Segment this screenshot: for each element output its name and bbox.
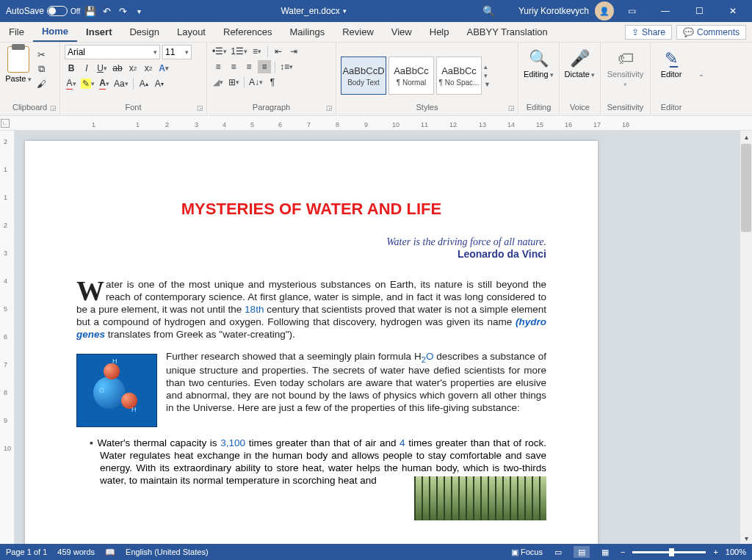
title-dropdown-icon[interactable]: ▾	[343, 7, 347, 15]
zoom-level[interactable]: 100%	[726, 548, 746, 556]
tab-mailings[interactable]: Mailings	[281, 22, 333, 42]
bold-button[interactable]: B	[65, 62, 78, 75]
decrease-indent-button[interactable]: ⇤	[272, 45, 285, 58]
page[interactable]: MYSTERIES OF WATER AND LIFE Water is the…	[25, 141, 598, 544]
highlight-button[interactable]: ✎	[80, 77, 95, 90]
editor-button[interactable]: ✎̲Editor	[655, 45, 687, 102]
multilevel-button[interactable]: ≡	[250, 45, 264, 58]
cut-icon[interactable]: ✂	[35, 48, 48, 61]
tab-file[interactable]: File	[0, 22, 33, 42]
tab-design[interactable]: Design	[120, 22, 167, 42]
sort-button[interactable]: A↓	[248, 76, 264, 89]
molecule-image[interactable]: H O H	[76, 354, 157, 427]
font-size-select[interactable]: 11▾	[162, 45, 192, 59]
scroll-down-icon[interactable]: ▾	[740, 532, 752, 544]
tab-layout[interactable]: Layout	[168, 22, 214, 42]
style-no-spacing[interactable]: AaBbCc ¶ No Spac...	[436, 57, 482, 95]
editing-button[interactable]: 🔍Editing	[523, 45, 554, 102]
redo-icon[interactable]: ↷	[117, 5, 129, 17]
change-case-button[interactable]: Aa	[113, 77, 129, 90]
page-indicator[interactable]: Page 1 of 1	[6, 548, 47, 556]
clipboard-label: Clipboard	[12, 103, 47, 112]
vruler-mark: 8	[4, 389, 7, 396]
tab-view[interactable]: View	[383, 22, 421, 42]
style-normal[interactable]: AaBbCc ¶ Normal	[388, 57, 434, 95]
autosave-toggle[interactable]: AutoSave Off	[6, 6, 80, 16]
ribbon-display-icon[interactable]: ▭	[615, 0, 648, 22]
horizontal-ruler[interactable]: ∟ 1123456789101112131415161718	[0, 116, 752, 131]
tab-home[interactable]: Home	[33, 22, 77, 42]
borders-button[interactable]: ⊞	[227, 76, 240, 89]
forest-image[interactable]	[414, 476, 546, 520]
collapse-ribbon-icon[interactable]: ˆ	[700, 74, 703, 84]
sensitivity-label: Sensitivity	[605, 102, 646, 115]
subscript-button[interactable]: x2	[126, 62, 140, 75]
font-launcher-icon[interactable]: ◲	[197, 103, 203, 113]
spell-check-icon[interactable]: 📖	[105, 548, 115, 557]
comments-button[interactable]: 💬Comments	[676, 25, 746, 40]
print-layout-icon[interactable]: ▤	[574, 546, 590, 558]
dictate-button[interactable]: 🎤Dictate	[564, 45, 596, 102]
vertical-ruler[interactable]: 2112345678910	[0, 131, 15, 544]
justify-button[interactable]: ≡	[258, 60, 271, 73]
tab-abbyy[interactable]: ABBYY Translation	[458, 22, 557, 42]
styles-more-icon[interactable]: ▼	[484, 81, 496, 88]
scroll-up-icon[interactable]: ▴	[740, 131, 752, 142]
shrink-font-button[interactable]: A▾	[153, 77, 166, 90]
minimize-icon[interactable]: —	[649, 0, 682, 22]
shading-button[interactable]: ◢	[212, 76, 225, 89]
maximize-icon[interactable]: ☐	[683, 0, 715, 22]
style-body-text[interactable]: AaBbCcD Body Text	[341, 57, 386, 95]
share-button[interactable]: ⇪Share	[625, 25, 672, 40]
autosave-state: Off	[70, 7, 80, 15]
tab-help[interactable]: Help	[421, 22, 458, 42]
word-count[interactable]: 459 words	[57, 548, 95, 556]
copy-icon[interactable]: ⧉	[35, 62, 48, 76]
zoom-in-icon[interactable]: +	[713, 548, 717, 556]
scroll-thumb[interactable]	[741, 144, 751, 232]
zoom-out-icon[interactable]: −	[621, 548, 625, 556]
increase-indent-button[interactable]: ⇥	[287, 45, 300, 58]
vertical-scrollbar[interactable]: ▴ ▾	[740, 131, 752, 544]
italic-button[interactable]: I	[80, 62, 93, 75]
styles-launcher-icon[interactable]: ◲	[508, 103, 515, 113]
align-center-button[interactable]: ≡	[227, 60, 240, 73]
focus-mode[interactable]: ▣ Focus	[511, 548, 543, 557]
strike-button[interactable]: ab	[111, 62, 124, 75]
show-marks-button[interactable]: ¶	[266, 76, 279, 89]
paste-button[interactable]: Paste	[4, 45, 32, 83]
tab-insert[interactable]: Insert	[77, 22, 120, 42]
clipboard-launcher-icon[interactable]: ◲	[50, 103, 57, 113]
shading-font-button[interactable]: A	[98, 77, 111, 90]
numbering-button[interactable]: 1☰	[230, 45, 248, 58]
line-spacing-button[interactable]: ↕≡	[279, 60, 294, 73]
paragraph-launcher-icon[interactable]: ◲	[326, 103, 333, 113]
superscript-button[interactable]: x2	[142, 62, 155, 75]
styles-up-icon[interactable]: ▴	[484, 63, 496, 70]
web-layout-icon[interactable]: ▦	[597, 546, 613, 558]
undo-icon[interactable]: ↶	[101, 5, 112, 17]
tab-references[interactable]: References	[214, 22, 281, 42]
zoom-slider[interactable]	[632, 551, 706, 553]
align-left-button[interactable]: ≡	[212, 60, 225, 73]
bullets-button[interactable]: •☰	[212, 45, 228, 58]
text-effects-button[interactable]: A	[157, 62, 170, 75]
font-color-button[interactable]: A	[65, 77, 78, 90]
read-mode-icon[interactable]: ▭	[550, 546, 566, 558]
language-indicator[interactable]: English (United States)	[126, 548, 209, 556]
format-painter-icon[interactable]: 🖌	[35, 77, 48, 90]
save-icon[interactable]: 💾	[84, 5, 96, 17]
tab-review[interactable]: Review	[333, 22, 383, 42]
underline-button[interactable]: U	[95, 62, 109, 75]
ruler-mark: 11	[421, 121, 428, 128]
align-right-button[interactable]: ≡	[242, 60, 256, 73]
qat-more-icon[interactable]: ▾	[133, 5, 145, 17]
avatar[interactable]: 👤	[595, 1, 614, 21]
search-icon[interactable]: 🔍	[482, 5, 495, 17]
ruler-mark: 6	[278, 121, 282, 128]
styles-down-icon[interactable]: ▾	[484, 72, 496, 79]
tab-selector-icon[interactable]: ∟	[1, 119, 10, 128]
grow-font-button[interactable]: A▴	[137, 77, 151, 90]
font-name-select[interactable]: Arial▾	[65, 45, 160, 59]
close-icon[interactable]: ✕	[717, 0, 749, 22]
